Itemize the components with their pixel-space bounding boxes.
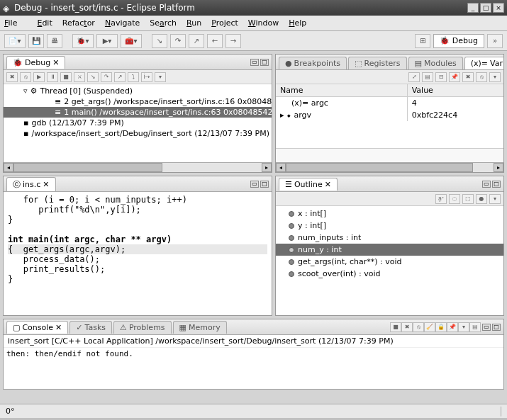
view-menu-button[interactable]: ▾ — [489, 194, 501, 204]
nav-fwd-button[interactable]: → — [225, 34, 241, 48]
variables-table[interactable]: (x)= argc 4 ▸ ⬥ argv 0xbfc224c4 — [276, 97, 503, 148]
show-type-button[interactable]: ⤢ — [408, 72, 420, 82]
remove-all-button[interactable]: ⦸ — [476, 72, 487, 82]
tab-tasks[interactable]: ✓Tasks — [69, 321, 112, 334]
close-icon[interactable]: ✕ — [52, 58, 59, 67]
pane-maximize-button[interactable]: □ — [492, 324, 501, 331]
menu-project[interactable]: Project — [211, 18, 238, 28]
ext-tools-button[interactable]: 🧰▾ — [121, 34, 142, 48]
step-over-toolbar-button[interactable]: ↷ — [170, 34, 186, 48]
hide-fields-button[interactable]: ◌ — [449, 194, 460, 204]
outline-item[interactable]: num_inputs : int — [276, 232, 503, 244]
step-in-toolbar-button[interactable]: ↘ — [152, 34, 167, 48]
debug-stack-tree[interactable]: ▿ ⚙ Thread [0] (Suspended) ≡ 2 get_args(… — [4, 84, 272, 162]
remove-all-button[interactable]: ⦸ — [20, 72, 31, 82]
step-ret-toolbar-button[interactable]: ↗ — [189, 34, 204, 48]
clear-console-button[interactable]: 🧹 — [424, 322, 435, 332]
remove-button[interactable]: ✖ — [6, 72, 18, 82]
drop-frame-button[interactable]: ⤵ — [128, 72, 139, 82]
view-menu-button[interactable]: ▾ — [155, 72, 166, 82]
tab-registers[interactable]: ⬚Registers — [348, 57, 406, 69]
code-editor[interactable]: for (i = 0; i < num_inputs; i++) printf(… — [4, 192, 272, 315]
pin-console-button[interactable]: 📌 — [447, 322, 458, 332]
minimize-button[interactable]: _ — [467, 3, 479, 13]
tab-memory[interactable]: ▦Memory — [173, 321, 227, 334]
pane-minimize-button[interactable]: ▭ — [250, 59, 259, 66]
run-button[interactable]: ▶▾ — [96, 34, 118, 48]
tab-modules[interactable]: ▤Modules — [408, 57, 463, 69]
nav-back-button[interactable]: ← — [207, 34, 223, 48]
thread-node[interactable]: ▿ ⚙ Thread [0] (Suspended) — [4, 86, 272, 96]
maximize-button[interactable]: □ — [480, 3, 491, 13]
perspective-switch-button[interactable]: ⊞ — [415, 34, 430, 48]
step-over-button[interactable]: ↷ — [101, 72, 112, 82]
menu-help[interactable]: Help — [289, 18, 306, 28]
menu-refactor[interactable]: Refactor — [62, 18, 95, 28]
remove-button[interactable]: ✖ — [462, 72, 474, 82]
expand-icon[interactable]: ▸ — [280, 110, 286, 120]
debug-button[interactable]: 🐞▾ — [72, 34, 94, 48]
save-button[interactable]: 💾 — [28, 34, 44, 48]
menu-file[interactable]: File — [4, 18, 27, 28]
sort-button[interactable]: ạᶻ — [435, 194, 447, 204]
outline-item[interactable]: x : int[] — [276, 208, 503, 220]
col-name-header[interactable]: Name — [276, 84, 408, 96]
table-row[interactable]: (x)= argc 4 — [276, 97, 503, 109]
stack-frame-1[interactable]: ≡ 1 main() /workspace/insert_sort/ins.c:… — [4, 107, 272, 118]
pane-maximize-button[interactable]: □ — [492, 181, 501, 188]
gdb-node[interactable]: ▪ gdb (12/13/07 7:39 PM) — [4, 118, 272, 128]
col-value-header[interactable]: Value — [408, 84, 503, 96]
close-button[interactable]: × — [493, 3, 504, 13]
disconnect-button[interactable]: ⤫ — [74, 72, 85, 82]
close-icon[interactable]: ✕ — [325, 180, 331, 189]
display-selected-button[interactable]: ▾ — [458, 322, 469, 332]
tab-variables[interactable]: (x)=Variables — [464, 57, 504, 69]
menu-run[interactable]: Run — [186, 18, 201, 28]
pane-maximize-button[interactable]: □ — [260, 181, 269, 188]
show-logical-button[interactable]: ▤ — [422, 72, 433, 82]
menu-search[interactable]: Search — [150, 18, 177, 28]
scroll-right-button[interactable]: ▸ — [262, 163, 272, 172]
outline-item[interactable]: y : int[] — [276, 220, 503, 232]
instr-step-button[interactable]: i→ — [141, 72, 152, 82]
menu-window[interactable]: Window — [248, 18, 279, 28]
suspend-button[interactable]: ⏸ — [47, 72, 58, 82]
hide-static-button[interactable]: ⬚ — [462, 194, 474, 204]
remove-all-button[interactable]: ⦸ — [413, 322, 424, 332]
pane-minimize-button[interactable]: ▭ — [482, 324, 491, 331]
menu-edit[interactable]: Edit — [37, 18, 52, 28]
view-menu-button[interactable]: ▾ — [489, 72, 501, 82]
scroll-lock-button[interactable]: 🔒 — [435, 322, 447, 332]
tab-breakpoints[interactable]: ●Breakpoints — [279, 57, 347, 69]
step-into-button[interactable]: ↘ — [87, 72, 99, 82]
pane-minimize-button[interactable]: ▭ — [250, 181, 259, 188]
perspective-more-button[interactable]: » — [487, 34, 503, 48]
outline-item[interactable]: get_args(int, char**) : void — [276, 256, 503, 268]
print-button[interactable]: 🖶 — [47, 34, 62, 48]
terminate-button[interactable]: ■ — [60, 72, 72, 82]
console-output[interactable]: then: then/endif not found. — [4, 348, 503, 389]
close-icon[interactable]: ✕ — [43, 180, 49, 189]
remove-launch-button[interactable]: ✖ — [401, 322, 413, 332]
collapse-button[interactable]: ⊟ — [435, 72, 447, 82]
menu-navigate[interactable]: Navigate — [105, 18, 140, 28]
open-console-button[interactable]: ▤ — [469, 322, 481, 332]
tab-ins-c[interactable]: ⓒ ins.c ✕ — [6, 177, 56, 191]
pane-minimize-button[interactable]: ▭ — [482, 181, 491, 188]
perspective-debug[interactable]: 🐞 Debug — [433, 34, 484, 48]
scroll-left-button[interactable]: ◂ — [4, 163, 13, 172]
outline-item[interactable]: scoot_over(int) : void — [276, 268, 503, 280]
debug-h-scroll[interactable]: ◂ ▸ — [4, 162, 272, 172]
pane-maximize-button[interactable]: □ — [260, 59, 269, 66]
vars-h-scroll[interactable]: ◂ ▸ — [276, 162, 503, 172]
scroll-right-button[interactable]: ▸ — [494, 163, 503, 172]
table-row[interactable]: ▸ ⬥ argv 0xbfc224c4 — [276, 109, 503, 121]
outline-list[interactable]: x : int[] y : int[] num_inputs : int num… — [276, 206, 503, 315]
tab-problems[interactable]: ⚠Problems — [113, 321, 172, 334]
step-return-button[interactable]: ↗ — [114, 72, 126, 82]
pin-button[interactable]: 📌 — [449, 72, 460, 82]
terminate-console-button[interactable]: ■ — [390, 322, 401, 332]
outline-item[interactable]: num_y : int — [276, 244, 503, 256]
close-icon[interactable]: ✕ — [55, 323, 62, 332]
hide-nonpublic-button[interactable]: ● — [476, 194, 487, 204]
